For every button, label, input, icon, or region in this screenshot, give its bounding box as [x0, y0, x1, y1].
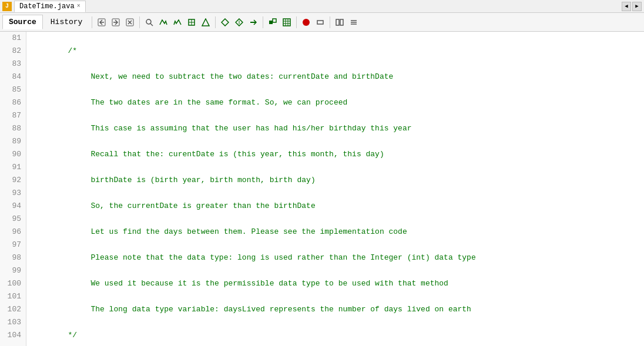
file-tab[interactable]: DateTime.java ×	[14, 1, 86, 12]
line-num: 100	[5, 277, 21, 290]
toolbar-btn-r2[interactable]	[171, 16, 184, 29]
line-num: 91	[5, 161, 21, 174]
line-num: 83	[5, 58, 21, 70]
code-line: The long data type variable: daysLived r…	[31, 303, 639, 316]
toolbar-btn-r1[interactable]	[157, 16, 170, 29]
tab-close-button[interactable]: ×	[77, 3, 80, 9]
code-line: The two dates are in the same format. So…	[31, 96, 639, 109]
toolbar-btn-r7[interactable]	[247, 16, 260, 29]
line-num: 87	[5, 109, 21, 122]
line-num: 101	[5, 290, 21, 303]
line-numbers: 81 82 83 84 85 86 87 88 89 90 91 92 93 9…	[0, 32, 26, 346]
tab-filename: DateTime.java	[19, 2, 75, 11]
code-line: Please note that the data type: long is …	[31, 251, 639, 264]
code-line: Recall that the: curentDate is (this yea…	[31, 148, 639, 161]
svg-rect-26	[336, 19, 339, 25]
svg-point-7	[146, 19, 151, 24]
code-line: Let us find the days between them. Pleas…	[31, 226, 639, 238]
toolbar: Source History	[0, 13, 644, 32]
line-num: 98	[5, 251, 21, 264]
source-tab[interactable]: Source	[2, 15, 43, 29]
svg-rect-18	[273, 19, 276, 22]
svg-line-8	[150, 23, 153, 26]
line-num: 93	[5, 187, 21, 200]
line-num: 104	[5, 329, 21, 342]
toolbar-sep-4	[263, 16, 263, 28]
svg-rect-19	[283, 19, 290, 26]
title-bar-nav: ◀ ▶	[622, 2, 642, 11]
line-num: 99	[5, 264, 21, 277]
svg-marker-12	[202, 19, 209, 26]
code-line: So, the currentDate is greater than the …	[31, 200, 639, 213]
nav-back-button[interactable]: ◀	[622, 2, 631, 11]
toolbar-btn-r3[interactable]	[185, 16, 198, 29]
code-line: Next, we need to subtract the two dates:…	[31, 70, 639, 83]
svg-rect-17	[269, 21, 273, 24]
toolbar-btn-rect[interactable]	[314, 16, 327, 29]
line-num: 86	[5, 96, 21, 109]
toolbar-sep-3	[215, 16, 216, 28]
toolbar-btn-stop2[interactable]	[300, 16, 313, 29]
toolbar-btn-r6[interactable]	[233, 16, 246, 29]
toolbar-btn-r5[interactable]	[219, 16, 232, 29]
code-area: 81 82 83 84 85 86 87 88 89 90 91 92 93 9…	[0, 32, 644, 346]
line-num: 89	[5, 135, 21, 148]
svg-rect-27	[340, 19, 343, 25]
code-line: /*	[31, 45, 639, 58]
toolbar-btn-back[interactable]	[95, 16, 108, 29]
toolbar-sep-2	[139, 16, 140, 28]
history-tab[interactable]: History	[44, 15, 89, 29]
toolbar-btn-search[interactable]	[143, 16, 156, 29]
toolbar-btn-r8[interactable]	[266, 16, 279, 29]
line-num: 103	[5, 316, 21, 329]
svg-rect-25	[317, 21, 323, 24]
code-line: birthDate is (birth year, birth month, b…	[31, 174, 639, 187]
line-num: 97	[5, 238, 21, 251]
toolbar-btn-stop[interactable]	[123, 16, 136, 29]
line-num: 82	[5, 45, 21, 58]
line-num: 102	[5, 303, 21, 316]
svg-point-24	[303, 19, 310, 26]
code-line: This case is assuming that the user has …	[31, 122, 639, 135]
toolbar-btn-cols[interactable]	[333, 16, 346, 29]
file-icon: J	[2, 2, 12, 11]
toolbar-sep-1	[92, 16, 92, 28]
toolbar-btn-r9[interactable]	[280, 16, 293, 29]
line-num: 95	[5, 213, 21, 226]
code-line: We used it because it is the permissible…	[31, 277, 639, 290]
title-bar: J DateTime.java × ◀ ▶	[0, 0, 644, 13]
svg-marker-13	[222, 19, 229, 26]
line-num: 85	[5, 83, 21, 96]
line-num: 88	[5, 122, 21, 135]
line-num: 81	[5, 32, 21, 45]
toolbar-btn-fwd[interactable]	[109, 16, 122, 29]
line-num: 96	[5, 226, 21, 238]
code-line: */	[31, 329, 639, 342]
line-num: 92	[5, 174, 21, 187]
nav-fwd-button[interactable]: ▶	[632, 2, 642, 11]
title-bar-left: J DateTime.java ×	[2, 1, 86, 12]
toolbar-sep-6	[330, 16, 330, 28]
toolbar-btn-rows[interactable]	[347, 16, 360, 29]
toolbar-sep-5	[296, 16, 297, 28]
line-num: 90	[5, 148, 21, 161]
line-num: 94	[5, 200, 21, 213]
line-num: 84	[5, 70, 21, 83]
toolbar-btn-r4[interactable]	[199, 16, 212, 29]
code-editor[interactable]: /* Next, we need to subtract the two dat…	[26, 32, 644, 346]
